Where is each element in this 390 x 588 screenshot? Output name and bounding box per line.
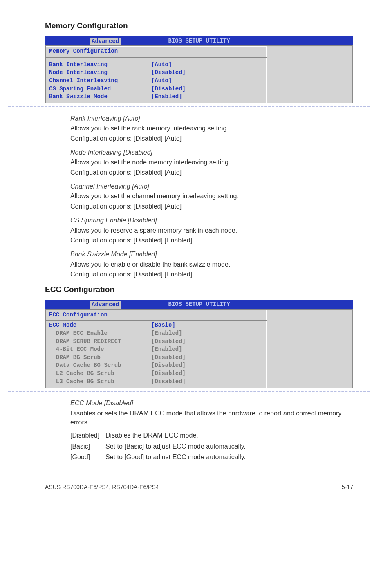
bios-panel-title: Memory Configuration — [46, 46, 267, 58]
doc-item-line2: Configuation options: [Disabled] [Auto] — [70, 134, 353, 143]
setting-ecc-mode[interactable]: ECC Mode [Basic] — [49, 321, 263, 330]
setting-label: DRAM SCRUB REDIRECT — [49, 338, 151, 346]
bios-rows: ECC Mode [Basic] DRAM ECC Enable [Enable… — [46, 321, 267, 388]
setting-l2-cache-bg-scrub[interactable]: L2 Cache BG Scrub [Disabled] — [49, 370, 263, 378]
bios-titlebar: BIOS SETUP UTILITY Advanced — [45, 300, 353, 309]
setting-value: [Auto] — [151, 77, 172, 85]
doc-item-title: Channel Interleaving [Auto] — [70, 182, 353, 191]
setting-value: [Enabled] — [151, 346, 182, 354]
bios-rows: Bank Interleaving [Auto] Node Interleavi… — [46, 58, 267, 103]
option-key: [Good] — [70, 453, 105, 462]
option-basic: [Basic] Set to [Basic] to adjust ECC mod… — [70, 442, 353, 451]
doc-item-channel-interleaving: Channel Interleaving [Auto] Allows you t… — [70, 182, 353, 211]
option-disabled: [Disabled] Disables the DRAM ECC mode. — [70, 431, 353, 440]
option-desc: Set to [Basic] to adjust ECC mode automa… — [105, 442, 353, 451]
doc-item-line1: Allows you to set the node memory interl… — [70, 158, 353, 167]
bios-title: BIOS SETUP UTILITY — [168, 301, 230, 307]
setting-label: Bank Interleaving — [49, 61, 151, 69]
option-desc: Disables the DRAM ECC mode. — [105, 431, 353, 440]
page-footer: ASUS RS700DA-E6/PS4, RS704DA-E6/PS4 5-17 — [45, 478, 353, 491]
setting-value: [Disabled] — [151, 69, 186, 77]
doc-item-title: Rank Interleaving [Auto] — [70, 114, 353, 123]
setting-value: [Auto] — [151, 61, 172, 69]
setting-value: [Enabled] — [151, 93, 182, 101]
setting-label: Bank Swizzle Mode — [49, 93, 151, 101]
doc-item-text: Disables or sets the DRAM ECC mode that … — [70, 409, 353, 427]
doc-item-line2: Configuation options: [Disabled] [Auto] — [70, 202, 353, 211]
doc-item-title: CS Sparing Enable [Disabled] — [70, 216, 353, 225]
setting-label: ECC Mode — [49, 321, 151, 330]
setting-value: [Enabled] — [151, 330, 182, 338]
setting-bank-swizzle-mode[interactable]: Bank Swizzle Mode [Enabled] — [49, 93, 263, 101]
option-good: [Good] Set to [Good] to adjust ECC mode … — [70, 453, 353, 462]
doc-item-line2: Configuation options: [Disabled] [Enable… — [70, 270, 353, 279]
doc-item-node-interleaving: Node Interleaving [Disabled] Allows you … — [70, 148, 353, 177]
setting-value: [Disabled] — [151, 338, 186, 346]
setting-label: DRAM ECC Enable — [49, 330, 151, 338]
ecc-config-heading: ECC Configuration — [45, 284, 353, 295]
setting-label: L3 Cache BG Scrub — [49, 378, 151, 386]
cutoff-divider — [45, 105, 353, 108]
option-key: [Disabled] — [70, 431, 105, 440]
option-key: [Basic] — [70, 442, 105, 451]
doc-item-bank-swizzle-mode: Bank Swizzle Mode [Enabled] Allows you t… — [70, 250, 353, 279]
bios-tab-advanced[interactable]: Advanced — [90, 38, 121, 46]
setting-label: DRAM BG Scrub — [49, 354, 151, 362]
setting-4bit-ecc-mode[interactable]: 4-Bit ECC Mode [Enabled] — [49, 346, 263, 354]
doc-item-line2: Configuation options: [Disabled] [Auto] — [70, 168, 353, 177]
setting-label: 4-Bit ECC Mode — [49, 346, 151, 354]
footer-page-number: 5-17 — [342, 483, 353, 491]
bios-panel-body: Memory Configuration Bank Interleaving [… — [45, 45, 353, 103]
setting-value: [Disabled] — [151, 370, 186, 378]
setting-dram-bg-scrub[interactable]: DRAM BG Scrub [Disabled] — [49, 354, 263, 362]
setting-value: [Disabled] — [151, 361, 186, 370]
bios-panel-left: ECC Configuration ECC Mode [Basic] DRAM … — [45, 309, 267, 388]
setting-label: CS Sparing Enabled — [49, 85, 151, 93]
doc-item-line1: Allows you to set the channel memory int… — [70, 192, 353, 201]
setting-label: Node Interleaving — [49, 69, 151, 77]
ecc-bios-panel: BIOS SETUP UTILITY Advanced ECC Configur… — [45, 300, 353, 388]
setting-label: Data Cache BG Scrub — [49, 361, 151, 370]
option-desc: Set to [Good] to adjust ECC mode automat… — [105, 453, 353, 462]
cutoff-divider — [45, 390, 353, 393]
bios-tab-advanced[interactable]: Advanced — [90, 301, 121, 309]
bios-panel-right — [267, 309, 353, 388]
doc-item-line1: Allows you to reserve a spare memory ran… — [70, 226, 353, 235]
doc-item-ecc-mode: ECC Mode [Disabled] Disables or sets the… — [70, 399, 353, 427]
doc-item-title: ECC Mode [Disabled] — [70, 399, 353, 408]
setting-value: [Disabled] — [151, 378, 186, 386]
setting-label: Channel Interleaving — [49, 77, 151, 85]
bios-panel-body: ECC Configuration ECC Mode [Basic] DRAM … — [45, 309, 353, 388]
setting-value: [Disabled] — [151, 85, 186, 93]
memory-config-heading: Memory Configuration — [45, 20, 353, 31]
doc-item-title: Node Interleaving [Disabled] — [70, 148, 353, 157]
bios-panel-right — [267, 45, 353, 103]
setting-cs-sparing-enabled[interactable]: CS Sparing Enabled [Disabled] — [49, 85, 263, 93]
setting-data-cache-bg-scrub[interactable]: Data Cache BG Scrub [Disabled] — [49, 361, 263, 370]
doc-item-rank-interleaving: Rank Interleaving [Auto] Allows you to s… — [70, 114, 353, 143]
setting-dram-scrub-redirect[interactable]: DRAM SCRUB REDIRECT [Disabled] — [49, 338, 263, 346]
setting-value: [Basic] — [151, 321, 175, 330]
setting-label: L2 Cache BG Scrub — [49, 370, 151, 378]
setting-node-interleaving[interactable]: Node Interleaving [Disabled] — [49, 69, 263, 77]
setting-bank-interleaving[interactable]: Bank Interleaving [Auto] — [49, 61, 263, 69]
doc-item-line2: Configuation options: [Disabled] [Enable… — [70, 236, 353, 245]
bios-title: BIOS SETUP UTILITY — [168, 38, 230, 44]
bios-titlebar: BIOS SETUP UTILITY Advanced — [45, 36, 353, 46]
doc-item-cs-sparing-enable: CS Sparing Enable [Disabled] Allows you … — [70, 216, 353, 245]
setting-value: [Disabled] — [151, 354, 186, 362]
setting-channel-interleaving[interactable]: Channel Interleaving [Auto] — [49, 77, 263, 85]
memory-bios-panel: BIOS SETUP UTILITY Advanced Memory Confi… — [45, 36, 353, 103]
setting-dram-ecc-enable[interactable]: DRAM ECC Enable [Enabled] — [49, 330, 263, 338]
bios-panel-left: Memory Configuration Bank Interleaving [… — [45, 45, 267, 103]
setting-l3-cache-bg-scrub[interactable]: L3 Cache BG Scrub [Disabled] — [49, 378, 263, 386]
bios-panel-title: ECC Configuration — [46, 310, 267, 321]
doc-item-line1: Allows you to set the rank memory interl… — [70, 124, 353, 133]
doc-item-line1: Allows you to enable or disable the bank… — [70, 260, 353, 269]
doc-item-title: Bank Swizzle Mode [Enabled] — [70, 250, 353, 259]
footer-model: ASUS RS700DA-E6/PS4, RS704DA-E6/PS4 — [45, 483, 159, 491]
